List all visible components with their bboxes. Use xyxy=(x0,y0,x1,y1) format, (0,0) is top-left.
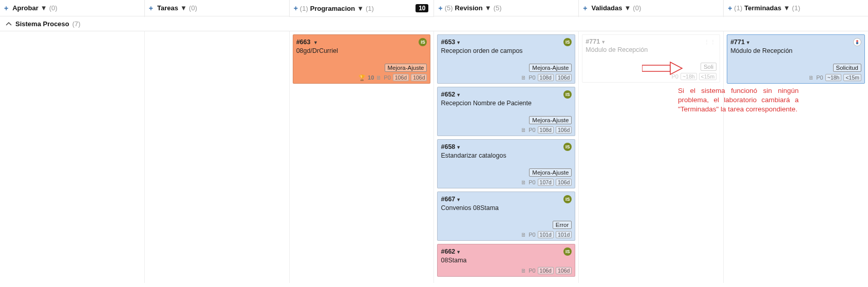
caret-down-icon[interactable]: ▼ xyxy=(41,4,47,12)
document-icon: 🗎 xyxy=(521,179,526,185)
card-title: 08Stama xyxy=(441,257,572,264)
document-icon: 🗎 xyxy=(521,232,526,238)
header-title: Aprobar xyxy=(12,4,39,12)
card-tag: Mejora-Ajuste xyxy=(529,168,572,177)
header-title: Programacion xyxy=(310,5,355,12)
age-pill: 106d xyxy=(556,267,572,274)
cell-tareas[interactable] xyxy=(145,31,290,283)
trophy-icon: 🏆 xyxy=(358,74,366,81)
column-terminadas: + (1) Terminadas ▼ (1) xyxy=(724,0,868,17)
card-id[interactable]: #662 xyxy=(441,248,455,255)
card-priority: P0 xyxy=(384,74,390,81)
cell-programacion[interactable]: #663 ▼ IS 08gd/DrCurriel Mejora-Ajuste 🏆… xyxy=(290,31,435,283)
card-id[interactable]: #652 xyxy=(441,91,455,98)
card-priority: P0 xyxy=(816,74,823,81)
card-ghost: #771▼ ⋮⋮ Módulo de Recepción Soli P0 ~18… xyxy=(582,34,720,83)
swimlane-count: (7) xyxy=(72,20,81,28)
assignee-avatar[interactable]: IS xyxy=(563,90,572,99)
caret-down-icon[interactable]: ▼ xyxy=(456,145,461,150)
header-post: (0) xyxy=(189,4,197,12)
assignee-avatar[interactable]: IS xyxy=(563,143,572,151)
card[interactable]: #662▼ IS 08Stama 🗎 P0 106d 106d xyxy=(437,244,575,277)
header-title: Revision xyxy=(455,4,483,12)
cell-validadas[interactable]: #771▼ ⋮⋮ Módulo de Recepción Soli P0 ~18… xyxy=(579,31,724,283)
caret-down-icon[interactable]: ▼ xyxy=(313,40,318,45)
caret-down-icon[interactable]: ▼ xyxy=(783,4,790,12)
cell-aprobar[interactable] xyxy=(0,31,145,283)
caret-down-icon[interactable]: ▼ xyxy=(624,4,631,12)
svg-point-0 xyxy=(856,40,858,42)
card[interactable]: #653▼ IS Recepcion orden de campos Mejor… xyxy=(437,34,575,84)
caret-down-icon[interactable]: ▼ xyxy=(456,92,461,98)
document-icon: 🗎 xyxy=(808,74,814,81)
card-title: Convenios 08Stama xyxy=(441,204,572,212)
age-pill: 106d xyxy=(556,179,572,186)
cell-revision[interactable]: #653▼ IS Recepcion orden de campos Mejor… xyxy=(434,31,579,283)
assignee-avatar[interactable]: IS xyxy=(563,195,572,203)
age-pill: 106d xyxy=(411,74,427,81)
age-pill: 108d xyxy=(538,74,554,81)
card-tag: Mejora-Ajuste xyxy=(529,116,572,124)
add-icon[interactable]: + xyxy=(583,5,587,12)
card-id[interactable]: #667 xyxy=(441,196,455,203)
add-icon[interactable]: + xyxy=(728,5,732,12)
header-pre: (1) xyxy=(300,5,308,12)
assignee-avatar[interactable]: IS xyxy=(419,38,427,46)
add-icon[interactable]: + xyxy=(4,5,8,12)
card[interactable]: #771▼ Módulo de Recepción Solicitud 🗎 P0… xyxy=(727,34,865,84)
age-pill: 106d xyxy=(393,74,409,81)
header-post: (1) xyxy=(792,4,800,12)
card-tag: Soli xyxy=(701,63,716,71)
add-icon[interactable]: + xyxy=(294,5,298,12)
caret-down-icon[interactable]: ▼ xyxy=(456,250,461,255)
card-title: Recepcion orden de campos xyxy=(441,47,572,54)
caret-down-icon[interactable]: ▼ xyxy=(456,40,461,45)
header-pre: (5) xyxy=(445,4,453,12)
assignee-avatar[interactable]: IS xyxy=(563,247,572,256)
column-header[interactable]: + Tareas ▼ (0) xyxy=(145,0,289,16)
header-title: Validadas xyxy=(592,4,622,12)
card-id: #771 xyxy=(586,38,600,45)
age-pill: <15m xyxy=(699,73,717,80)
swimlane-header[interactable]: Sistema Proceso (7) xyxy=(0,17,868,31)
age-pill: <15m xyxy=(843,74,861,81)
card[interactable]: #658▼ IS Estandarizar catalogos Mejora-A… xyxy=(437,139,575,188)
card[interactable]: #652▼ IS Recepcion Nombre de Paciente Me… xyxy=(437,87,575,136)
card-id[interactable]: #663 xyxy=(296,39,311,46)
caret-down-icon: ▼ xyxy=(601,40,606,45)
assignee-avatar[interactable] xyxy=(853,38,861,46)
card-id[interactable]: #771 xyxy=(730,39,745,46)
caret-down-icon[interactable]: ▼ xyxy=(456,197,461,202)
column-header[interactable]: + (1) Programacion ▼ (1) 10 xyxy=(290,0,434,17)
caret-down-icon[interactable]: ▼ xyxy=(357,5,364,12)
collapse-icon[interactable] xyxy=(5,21,12,28)
caret-down-icon[interactable]: ▼ xyxy=(746,40,750,45)
column-header[interactable]: + (1) Terminadas ▼ (1) xyxy=(724,0,868,16)
age-pill: 106d xyxy=(538,267,554,274)
assignee-avatar[interactable]: IS xyxy=(563,38,572,46)
svg-rect-1 xyxy=(856,42,858,44)
age-pill: ~18h xyxy=(681,73,697,80)
card-title: Recepcion Nombre de Paciente xyxy=(441,100,572,107)
cell-terminadas[interactable]: #771▼ Módulo de Recepción Solicitud 🗎 P0… xyxy=(724,31,868,283)
header-post: (0) xyxy=(49,4,58,12)
column-header[interactable]: + (5) Revision ▼ (5) xyxy=(434,0,578,16)
header-pre: (1) xyxy=(734,4,742,12)
caret-down-icon[interactable]: ▼ xyxy=(180,4,187,12)
card[interactable]: #667▼ IS Convenios 08Stama Error 🗎 P0 10… xyxy=(437,192,575,241)
add-icon[interactable]: + xyxy=(149,5,153,12)
column-revision: + (5) Revision ▼ (5) xyxy=(434,0,579,17)
caret-down-icon[interactable]: ▼ xyxy=(485,4,492,12)
header-title: Terminadas xyxy=(744,4,781,12)
column-header[interactable]: + Aprobar ▼ (0) xyxy=(0,0,144,16)
card-priority: P0 xyxy=(529,179,535,185)
swimlane-cards: #663 ▼ IS 08gd/DrCurriel Mejora-Ajuste 🏆… xyxy=(0,31,868,283)
card-tag: Error xyxy=(553,221,572,229)
card-id[interactable]: #658 xyxy=(441,143,455,150)
card-id[interactable]: #653 xyxy=(441,39,455,46)
card-tag: Mejora-Ajuste xyxy=(529,64,572,72)
card-points: 10 xyxy=(368,74,374,81)
card[interactable]: #663 ▼ IS 08gd/DrCurriel Mejora-Ajuste 🏆… xyxy=(293,34,431,84)
add-icon[interactable]: + xyxy=(438,5,442,12)
column-header[interactable]: + Validadas ▼ (0) xyxy=(579,0,723,16)
